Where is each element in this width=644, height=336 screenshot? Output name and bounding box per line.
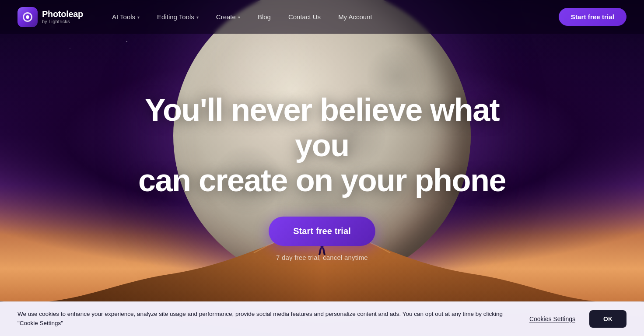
hero-headline: You'll never believe what you can create…: [125, 92, 519, 198]
hero-sub-text: 7 day free trial, cancel anytime: [276, 254, 368, 261]
cookie-banner: We use cookies to enhance your experienc…: [0, 301, 644, 336]
hero-cta-wrap: Start free trial 7 day free trial, cance…: [269, 217, 375, 261]
nav-item-editing-tools[interactable]: Editing Tools ▾: [149, 10, 206, 24]
hero-content: You'll never believe what you can create…: [0, 0, 644, 336]
nav-my-account-label: My Account: [338, 13, 372, 21]
nav-start-free-trial-button[interactable]: Start free trial: [559, 8, 626, 26]
cookie-actions: Cookies Settings OK: [521, 310, 626, 328]
nav-blog-label: Blog: [258, 13, 271, 21]
logo-link[interactable]: Photoleap by Lightricks: [18, 7, 83, 27]
navbar: Photoleap by Lightricks AI Tools ▾ Editi…: [0, 0, 644, 34]
chevron-down-icon: ▾: [137, 15, 140, 20]
chevron-down-icon: ▾: [238, 15, 240, 20]
nav-contact-us-label: Contact Us: [288, 13, 321, 21]
nav-links: AI Tools ▾ Editing Tools ▾ Create ▾ Blog…: [104, 10, 559, 24]
nav-create-label: Create: [216, 13, 236, 21]
nav-ai-tools-label: AI Tools: [112, 13, 135, 21]
nav-item-my-account[interactable]: My Account: [330, 10, 380, 24]
nav-item-blog[interactable]: Blog: [250, 10, 279, 24]
brand-sub: by Lightricks: [42, 19, 83, 24]
logo-text: Photoleap by Lightricks: [42, 9, 83, 24]
nav-item-create[interactable]: Create ▾: [208, 10, 248, 24]
cookie-body-text: We use cookies to enhance your experienc…: [18, 310, 507, 328]
chevron-down-icon: ▾: [196, 15, 199, 20]
logo-icon: [18, 7, 38, 27]
nav-item-contact-us[interactable]: Contact Us: [280, 10, 329, 24]
cookie-settings-button[interactable]: Cookies Settings: [521, 311, 584, 327]
brand-name: Photoleap: [42, 9, 83, 19]
nav-item-ai-tools[interactable]: AI Tools ▾: [104, 10, 147, 24]
hero-headline-line2: can create on your phone: [138, 163, 506, 198]
cookie-ok-button[interactable]: OK: [589, 310, 626, 328]
hero-headline-line1: You'll never believe what you: [145, 92, 500, 163]
nav-right: Start free trial: [559, 8, 626, 26]
hero-start-free-trial-button[interactable]: Start free trial: [269, 217, 375, 246]
nav-editing-tools-label: Editing Tools: [157, 13, 194, 21]
